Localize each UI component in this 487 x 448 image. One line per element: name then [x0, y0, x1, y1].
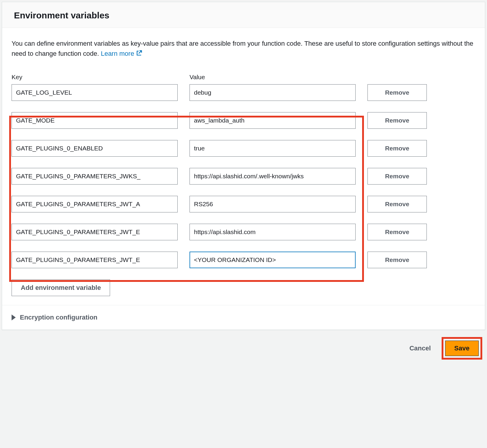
env-var-value-input[interactable]	[190, 224, 356, 240]
remove-button[interactable]: Remove	[367, 224, 427, 240]
env-var-row: Remove	[12, 252, 475, 268]
cancel-button[interactable]: Cancel	[409, 344, 431, 352]
expand-icon	[12, 314, 16, 320]
env-vars-panel: Environment variables You can define env…	[2, 2, 485, 330]
external-link-icon	[136, 49, 142, 59]
env-var-key-input[interactable]	[12, 140, 178, 157]
env-var-row: Remove	[12, 84, 475, 101]
rows-container: RemoveRemoveRemoveRemoveRemoveRemoveRemo…	[12, 84, 475, 268]
encryption-config-toggle[interactable]: Encryption configuration	[12, 314, 475, 321]
env-var-key-input[interactable]	[12, 84, 178, 101]
remove-button[interactable]: Remove	[367, 168, 427, 185]
description-text: You can define environment variables as …	[12, 39, 475, 59]
env-var-value-input[interactable]	[190, 140, 356, 157]
columns-header: Key Value	[12, 74, 475, 81]
env-var-key-input[interactable]	[12, 112, 178, 129]
env-var-key-input[interactable]	[12, 196, 178, 212]
env-var-row: Remove	[12, 140, 475, 157]
env-var-row: Remove	[12, 168, 475, 185]
env-var-value-input[interactable]	[190, 168, 356, 185]
key-column-label: Key	[12, 74, 178, 81]
env-var-value-input[interactable]	[190, 112, 356, 129]
env-var-row: Remove	[12, 224, 475, 240]
remove-button[interactable]: Remove	[367, 140, 427, 157]
env-var-key-input[interactable]	[12, 168, 178, 185]
env-var-value-input[interactable]	[190, 252, 356, 268]
add-env-var-button[interactable]: Add environment variable	[12, 279, 110, 296]
env-var-row: Remove	[12, 196, 475, 212]
env-var-value-input[interactable]	[190, 196, 356, 212]
panel-body: You can define environment variables as …	[2, 28, 485, 305]
env-var-key-input[interactable]	[12, 252, 178, 268]
bottom-actions: Cancel Save	[2, 330, 485, 363]
learn-more-link[interactable]: Learn more	[101, 50, 143, 57]
env-var-row: Remove	[12, 112, 475, 129]
remove-button[interactable]: Remove	[367, 252, 427, 268]
env-var-key-input[interactable]	[12, 224, 178, 240]
remove-button[interactable]: Remove	[367, 196, 427, 212]
description-prefix: You can define environment variables as …	[12, 40, 473, 57]
panel-footer: Encryption configuration	[2, 305, 485, 330]
panel-title: Environment variables	[14, 10, 473, 20]
remove-button[interactable]: Remove	[367, 84, 427, 101]
remove-button[interactable]: Remove	[367, 112, 427, 129]
panel-header: Environment variables	[2, 2, 485, 28]
env-var-value-input[interactable]	[190, 84, 356, 101]
save-highlight-annotation: Save	[442, 337, 482, 360]
save-button[interactable]: Save	[445, 341, 479, 356]
value-column-label: Value	[190, 74, 356, 81]
encryption-label: Encryption configuration	[20, 314, 98, 321]
